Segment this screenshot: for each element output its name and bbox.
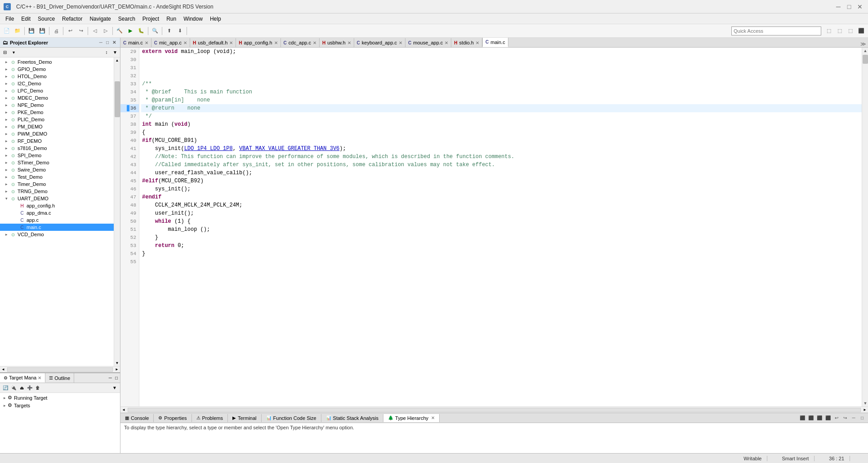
toolbar-btn-open[interactable]: 📁: [13, 26, 22, 36]
tab-close-btn[interactable]: ✕: [399, 40, 402, 45]
menu-item-refactor[interactable]: Refactor: [58, 15, 86, 23]
editor-tab-9[interactable]: Hstdio.h✕: [451, 38, 482, 47]
target-delete-btn[interactable]: 🗑: [34, 384, 41, 392]
toolbar-btn-debug[interactable]: 🐛: [136, 26, 146, 36]
code-editor[interactable]: 2930313233343536373839404142434445464748…: [120, 48, 862, 406]
target-tree-item[interactable]: ▸⚙Targets: [2, 401, 118, 409]
toolbar-btn-new[interactable]: 📄: [2, 26, 12, 36]
tree-item[interactable]: ▸⊙MDEC_Demo: [0, 94, 114, 101]
tree-item[interactable]: Capp_dma.c: [0, 209, 114, 216]
bottom-tab-2[interactable]: ⚠Problems: [192, 414, 228, 422]
editor-tab-4[interactable]: Happ_config.h✕: [236, 38, 280, 47]
editor-tab-3[interactable]: Husb_default.h✕: [190, 38, 236, 47]
tree-item[interactable]: ▸⊙VCD_Demo: [0, 231, 114, 238]
tab-bar-extras[interactable]: ≫: [859, 41, 868, 47]
tree-item[interactable]: ▸⊙SPI_Demo: [0, 152, 114, 159]
bottom-panel-btn5[interactable]: ↩: [832, 414, 841, 422]
tree-item[interactable]: ▸⊙Timer_Demo: [0, 181, 114, 188]
tab-close-btn[interactable]: ✕: [229, 40, 233, 45]
tree-item[interactable]: ▸⊙PM_DEMO: [0, 123, 114, 130]
explorer-menu-btn[interactable]: ▼: [111, 49, 119, 57]
left-bottom-maximize[interactable]: □: [114, 375, 119, 381]
tab-close-btn[interactable]: ✕: [183, 40, 187, 45]
bottom-tab-close[interactable]: ✕: [431, 415, 435, 420]
bottom-panel-maximize[interactable]: □: [858, 414, 866, 422]
bottom-tab-5[interactable]: 📊Static Stack Analysis: [321, 414, 384, 422]
tree-item[interactable]: ▸⊙PLIC_Demo: [0, 116, 114, 123]
bottom-panel-btn6[interactable]: ↪: [841, 414, 849, 422]
menu-item-window[interactable]: Window: [180, 15, 206, 23]
tree-item[interactable]: ▸⊙I2C_Demo: [0, 80, 114, 87]
editor-tab-7[interactable]: Ckeyboard_app.c✕: [354, 38, 406, 47]
toolbar-btn-prev-annot[interactable]: ⬆: [164, 26, 174, 36]
target-connect-btn[interactable]: 🔌: [10, 384, 17, 392]
bottom-tab-4[interactable]: 📊Function Code Size: [262, 414, 321, 422]
tree-item[interactable]: ▸⊙LPC_Demo: [0, 87, 114, 94]
target-view-btn[interactable]: ▼: [111, 384, 118, 392]
tree-item[interactable]: ▸⊙TRNG_Demo: [0, 188, 114, 195]
editor-tab-8[interactable]: Cmouse_app.c✕: [405, 38, 451, 47]
menu-item-file[interactable]: File: [2, 15, 18, 23]
explorer-filter-btn[interactable]: ▾: [9, 49, 18, 57]
editor-tab-1[interactable]: Cmain.c✕: [120, 38, 151, 47]
bottom-panel-minimize[interactable]: ─: [850, 414, 858, 422]
menu-item-project[interactable]: Project: [139, 15, 163, 23]
tree-item[interactable]: ▾⊙UART_DEMO: [0, 195, 114, 202]
tree-item[interactable]: ▸⊙RF_DEMO: [0, 137, 114, 145]
scroll-thumb[interactable]: [115, 81, 120, 117]
tree-item[interactable]: Happ_config.h: [0, 202, 114, 209]
toolbar-btn-redo[interactable]: ↪: [76, 26, 86, 36]
scroll-down-arrow[interactable]: ▼: [114, 360, 120, 366]
target-new-btn[interactable]: ➕: [26, 384, 33, 392]
toolbar-btn-saveall[interactable]: 💾: [37, 26, 47, 36]
tree-item[interactable]: ▸⊙s7816_Demo: [0, 145, 114, 152]
bottom-panel-btn4[interactable]: ⬛: [824, 414, 832, 422]
outline-tab[interactable]: ☰ Outline: [45, 373, 74, 383]
tree-item[interactable]: ▸⊙Test_Demo: [0, 173, 114, 181]
bottom-panel-btn3[interactable]: ⬛: [815, 414, 823, 422]
target-manager-tab[interactable]: ⚙ Target Mana ✕: [0, 373, 45, 383]
editor-tab-6[interactable]: Husbhw.h✕: [320, 38, 354, 47]
tree-item[interactable]: ▸⊙PWM_DEMO: [0, 130, 114, 137]
explorer-minimize-btn[interactable]: ─: [98, 40, 104, 45]
scroll-up-arrow[interactable]: ▲: [114, 57, 120, 63]
menu-item-run[interactable]: Run: [163, 15, 180, 23]
toolbar-btn-run[interactable]: ▶: [125, 26, 135, 36]
explorer-collapse-btn[interactable]: ⊟: [1, 49, 9, 57]
h-scroll-right[interactable]: ►: [114, 367, 120, 371]
tab-close-btn[interactable]: ✕: [445, 40, 448, 45]
tree-item[interactable]: ▸⊙Freertos_Demo: [0, 58, 114, 66]
editor-tab-10[interactable]: Cmain.c: [482, 38, 508, 47]
toolbar-btn-workspace-3[interactable]: ⬚: [846, 26, 855, 36]
tree-item[interactable]: ▸⊙GPIO_Demo: [0, 66, 114, 73]
maximize-button[interactable]: □: [845, 2, 854, 11]
tree-item[interactable]: ▸⊙HTOL_Demo: [0, 73, 114, 80]
h-scroll-left[interactable]: ◄: [0, 367, 6, 371]
tab-close-btn[interactable]: ✕: [145, 40, 148, 45]
bottom-tab-6[interactable]: 🌲Type Hierarchy✕: [383, 414, 440, 422]
bottom-tab-0[interactable]: ▦Console: [120, 414, 154, 422]
tree-item[interactable]: ▸⊙PKE_Demo: [0, 109, 114, 116]
editor-tab-5[interactable]: Ccdc_app.c✕: [281, 38, 320, 47]
toolbar-btn-workspace-2[interactable]: ⬚: [835, 26, 845, 36]
tree-item[interactable]: Capp.c: [0, 216, 114, 224]
explorer-sync-btn[interactable]: ↕: [102, 49, 111, 57]
toolbar-btn-undo[interactable]: ↩: [65, 26, 75, 36]
menu-item-search[interactable]: Search: [115, 15, 139, 23]
editor-tab-2[interactable]: Cmic_app.c✕: [151, 38, 190, 47]
editor-h-scroll-left[interactable]: ◄: [120, 408, 127, 412]
target-tree-item[interactable]: ▸⚙Running Target: [2, 394, 118, 401]
target-manager-close[interactable]: ✕: [38, 375, 41, 380]
toolbar-btn-search[interactable]: 🔍: [150, 26, 160, 36]
toolbar-btn-print[interactable]: 🖨: [51, 26, 61, 36]
editor-scroll-down[interactable]: ▼: [862, 400, 868, 406]
left-bottom-minimize[interactable]: ─: [107, 375, 113, 381]
tab-close-btn[interactable]: ✕: [274, 40, 278, 45]
toolbar-btn-fwd[interactable]: ▷: [101, 26, 111, 36]
bottom-panel-btn2[interactable]: ⬛: [807, 414, 815, 422]
target-refresh-btn[interactable]: 🔄: [2, 384, 9, 392]
toolbar-btn-workspace-4[interactable]: ⬛: [856, 26, 866, 36]
toolbar-btn-back[interactable]: ◁: [90, 26, 100, 36]
minimize-button[interactable]: ─: [834, 2, 843, 11]
menu-item-help[interactable]: Help: [206, 15, 225, 23]
